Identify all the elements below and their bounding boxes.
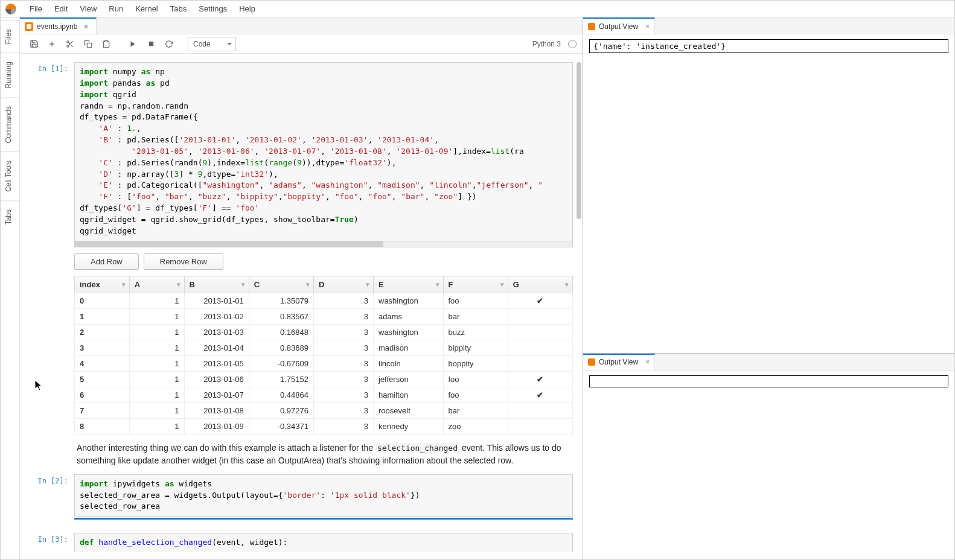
cell[interactable]: bippity xyxy=(443,340,508,355)
cell[interactable]: lincoln xyxy=(374,355,444,371)
table-row[interactable]: 512013-01-061.751523jeffersonfoo✔ xyxy=(75,371,573,387)
table-row[interactable]: 412013-01-05-0.676093lincolnboppity xyxy=(75,355,573,371)
cell-bool[interactable] xyxy=(508,355,572,371)
sidebar-cell-tools[interactable]: Cell Tools xyxy=(1,151,19,200)
cell[interactable]: 1 xyxy=(129,387,184,402)
cell[interactable]: 2013-01-04 xyxy=(184,340,249,355)
column-header-b[interactable]: B▾ xyxy=(184,276,249,293)
cell[interactable]: 2 xyxy=(75,324,130,340)
menu-settings[interactable]: Settings xyxy=(193,2,233,16)
close-icon[interactable]: × xyxy=(81,22,91,31)
output-body[interactable]: {'name': 'instance_created'} xyxy=(583,34,954,353)
paste-icon[interactable] xyxy=(98,37,114,51)
cell[interactable]: 2013-01-07 xyxy=(184,387,249,402)
table-row[interactable]: 012013-01-011.350793washingtonfoo✔ xyxy=(75,293,573,308)
column-header-a[interactable]: A▾ xyxy=(129,276,184,293)
filter-icon[interactable]: ▾ xyxy=(565,281,569,288)
cell[interactable]: 1 xyxy=(129,324,184,340)
cell[interactable]: 2013-01-02 xyxy=(184,308,249,324)
cell-bool[interactable] xyxy=(508,308,572,324)
notebook-body[interactable]: In [1]: import numpy as np import pandas… xyxy=(20,54,583,559)
cell[interactable]: adams xyxy=(374,308,444,324)
add-row-button[interactable]: Add Row xyxy=(74,253,139,270)
close-icon[interactable]: × xyxy=(642,22,650,31)
cell[interactable]: 0.83567 xyxy=(249,308,313,324)
cell[interactable]: 2013-01-05 xyxy=(184,355,249,371)
cell[interactable]: -0.67609 xyxy=(249,355,313,371)
cell[interactable]: 7 xyxy=(75,402,130,418)
code-input[interactable]: def handle_selection_changed(event, widg… xyxy=(74,533,573,552)
code-input[interactable]: import numpy as np import pandas as pd i… xyxy=(74,62,573,241)
cell[interactable]: 1 xyxy=(129,418,184,434)
menu-kernel[interactable]: Kernel xyxy=(129,2,164,16)
cell[interactable]: 0.16848 xyxy=(249,324,313,340)
cell[interactable]: 2013-01-09 xyxy=(184,418,249,434)
code-cell[interactable]: In [3]: def handle_selection_changed(eve… xyxy=(20,532,583,556)
cell[interactable]: 1 xyxy=(129,355,184,371)
close-icon[interactable]: × xyxy=(642,358,650,366)
table-row[interactable]: 212013-01-030.168483washingtonbuzz xyxy=(75,324,573,340)
code-cell[interactable]: In [1]: import numpy as np import pandas… xyxy=(20,61,583,473)
cell[interactable]: 1.35079 xyxy=(249,293,313,308)
cell[interactable]: 2013-01-03 xyxy=(184,324,249,340)
menu-edit[interactable]: Edit xyxy=(48,2,74,16)
cell[interactable]: 0 xyxy=(75,293,130,308)
table-row[interactable]: 112013-01-020.835673adamsbar xyxy=(75,308,573,324)
filter-icon[interactable]: ▾ xyxy=(436,281,439,288)
data-grid[interactable]: index▾A▾B▾C▾D▾E▾F▾G▾ 012013-01-011.35079… xyxy=(74,276,573,434)
cell-bool[interactable] xyxy=(508,340,572,355)
cell[interactable]: buzz xyxy=(443,324,508,340)
filter-icon[interactable]: ▾ xyxy=(122,281,126,288)
cell[interactable]: foo xyxy=(443,371,508,387)
cell[interactable]: roosevelt xyxy=(374,402,444,418)
cell[interactable]: 3 xyxy=(75,340,130,355)
cell[interactable]: boppity xyxy=(443,355,508,371)
restart-icon[interactable] xyxy=(161,37,177,51)
cell[interactable]: 0.44864 xyxy=(249,387,313,402)
cell[interactable]: bar xyxy=(443,308,508,324)
cell[interactable]: 3 xyxy=(314,418,374,434)
stop-icon[interactable] xyxy=(143,37,159,51)
cell[interactable]: foo xyxy=(443,387,508,402)
kernel-indicator-icon[interactable] xyxy=(568,40,577,48)
cell[interactable]: 0.83689 xyxy=(249,340,313,355)
cell[interactable]: 3 xyxy=(314,340,374,355)
notebook-tab[interactable]: events.ipynb × xyxy=(20,18,97,34)
cell[interactable]: 5 xyxy=(75,371,130,387)
cell[interactable]: 3 xyxy=(314,293,374,308)
cell[interactable]: jefferson xyxy=(374,371,444,387)
cell[interactable]: madison xyxy=(374,340,444,355)
cell-bool[interactable]: ✔ xyxy=(508,371,572,387)
cell[interactable]: 3 xyxy=(314,308,374,324)
code-cell[interactable]: In [2]: import ipywidgets as widgets sel… xyxy=(20,473,583,524)
table-row[interactable]: 612013-01-070.448643hamiltonfoo✔ xyxy=(75,387,573,402)
cell[interactable]: 1 xyxy=(129,293,184,308)
filter-icon[interactable]: ▾ xyxy=(177,281,180,288)
cell[interactable]: foo xyxy=(443,293,508,308)
cell[interactable]: 4 xyxy=(75,355,130,371)
output-body[interactable] xyxy=(583,371,954,559)
scrollbar-thumb[interactable] xyxy=(577,62,581,219)
filter-icon[interactable]: ▾ xyxy=(366,281,369,288)
filter-icon[interactable]: ▾ xyxy=(241,281,245,288)
cell[interactable]: 1 xyxy=(129,308,184,324)
filter-icon[interactable]: ▾ xyxy=(500,281,504,288)
cell[interactable]: 2013-01-06 xyxy=(184,371,249,387)
cell[interactable]: 1 xyxy=(129,371,184,387)
cell[interactable]: 8 xyxy=(75,418,130,434)
sidebar-files[interactable]: Files xyxy=(1,20,19,52)
cell[interactable]: 1.75152 xyxy=(249,371,313,387)
cell[interactable]: zoo xyxy=(443,418,508,434)
sidebar-running[interactable]: Running xyxy=(1,52,19,97)
table-row[interactable]: 812013-01-09-0.343713kennedyzoo xyxy=(75,418,573,434)
cell[interactable]: 3 xyxy=(314,402,374,418)
copy-icon[interactable] xyxy=(80,37,96,51)
menu-run[interactable]: Run xyxy=(103,2,129,16)
remove-row-button[interactable]: Remove Row xyxy=(144,253,223,270)
menu-file[interactable]: File xyxy=(24,2,48,16)
cell[interactable]: 3 xyxy=(314,355,374,371)
menu-help[interactable]: Help xyxy=(233,2,261,16)
cell-bool[interactable]: ✔ xyxy=(508,293,572,308)
cell[interactable]: 3 xyxy=(314,387,374,402)
cell[interactable]: 1 xyxy=(129,402,184,418)
